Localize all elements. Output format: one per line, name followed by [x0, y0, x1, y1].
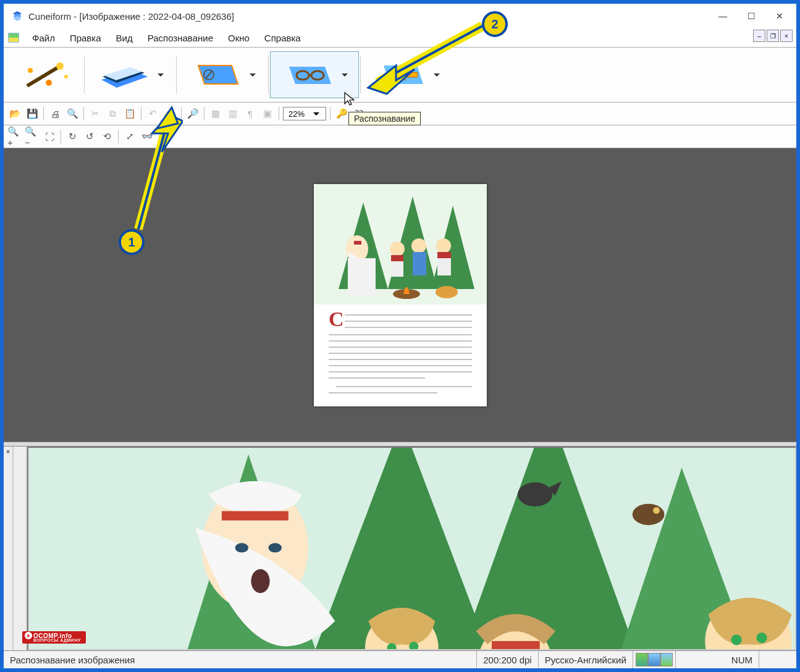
svg-rect-34 — [413, 252, 426, 275]
titlebar: Cuneiform - [Изображение : 2022-04-08_09… — [4, 4, 796, 28]
table-icon[interactable]: ▦ — [208, 106, 223, 121]
dropdown-icon[interactable] — [308, 109, 324, 118]
svg-point-62 — [633, 504, 665, 526]
menu-help[interactable]: Справка — [257, 30, 308, 46]
save-button[interactable] — [362, 51, 451, 98]
cut-icon[interactable]: ✂ — [88, 106, 103, 121]
svg-rect-73 — [492, 641, 540, 649]
dropdown-icon[interactable] — [248, 70, 258, 80]
statusbar: Распознавание изображения 200:200 dpi Ру… — [4, 650, 796, 668]
svg-point-75 — [731, 634, 741, 645]
svg-point-8 — [28, 68, 33, 73]
svg-point-7 — [56, 62, 64, 70]
svg-point-76 — [756, 632, 767, 643]
mdi-minimize[interactable]: – — [753, 30, 765, 42]
wizard-button[interactable] — [9, 51, 83, 98]
tooltip-text: Распознавание — [354, 114, 415, 124]
status-language: Русско-Английский — [539, 651, 633, 668]
view-mode-1-icon[interactable] — [636, 653, 648, 666]
redo-icon[interactable]: ↷ — [162, 106, 177, 121]
scanner-icon — [95, 58, 151, 91]
splitter[interactable] — [4, 442, 796, 447]
dropdown-icon[interactable] — [156, 70, 166, 80]
view-mode-2-icon[interactable] — [648, 653, 660, 666]
app-icon — [11, 10, 23, 22]
minimize-button[interactable]: — — [709, 4, 737, 28]
mdi-controls: – ❐ × — [753, 30, 793, 42]
svg-point-10 — [64, 75, 68, 78]
zoom-in-icon[interactable]: 🔍+ — [7, 129, 22, 144]
dropdown-icon[interactable] — [432, 70, 442, 80]
svg-point-60 — [518, 482, 552, 506]
paragraph-icon[interactable]: ¶ — [243, 106, 258, 121]
svg-rect-32 — [391, 255, 403, 261]
wand-icon — [18, 58, 74, 91]
scan-button[interactable] — [86, 51, 175, 98]
callout-1: 1 — [119, 229, 145, 255]
magnified-image[interactable] — [27, 447, 796, 650]
menu-view[interactable]: Вид — [109, 30, 140, 46]
svg-point-33 — [411, 238, 426, 253]
preview-icon[interactable]: 🔍 — [65, 106, 80, 121]
status-num: NUM — [725, 651, 759, 668]
glasses-small-icon[interactable]: 👓 — [140, 129, 154, 144]
dropdown-icon[interactable] — [340, 70, 350, 80]
ruler — [14, 447, 27, 650]
print-icon[interactable]: 🖨 — [48, 106, 62, 121]
layout-icon — [187, 58, 243, 91]
callout-2: 2 — [482, 11, 508, 37]
svg-rect-65 — [222, 511, 288, 521]
save-arrow-icon — [371, 58, 427, 91]
copy-icon[interactable]: ⧉ — [105, 106, 120, 121]
paste-icon[interactable]: 📋 — [122, 106, 137, 121]
status-dpi: 200:200 dpi — [477, 651, 538, 668]
svg-rect-29 — [354, 241, 361, 245]
svg-rect-28 — [348, 258, 376, 295]
svg-marker-2 — [13, 16, 22, 21]
mdi-restore[interactable]: ❐ — [767, 30, 779, 42]
view-mode-3-icon[interactable] — [660, 653, 673, 666]
undo-icon[interactable]: ↶ — [145, 106, 160, 121]
svg-point-63 — [653, 507, 660, 514]
window-controls: — ☐ ✕ — [709, 4, 794, 28]
fit-icon[interactable]: ⛶ — [42, 129, 57, 144]
document-pane[interactable]: С — [4, 148, 796, 442]
svg-rect-37 — [437, 252, 451, 258]
svg-rect-5 — [9, 38, 19, 42]
svg-text:С: С — [329, 308, 344, 330]
svg-point-66 — [235, 543, 249, 552]
workarea: С × — [4, 148, 796, 650]
rotate-180-icon[interactable]: ⟲ — [99, 129, 114, 144]
pane-close-icon[interactable]: × — [4, 447, 14, 650]
rotate-ccw-icon[interactable]: ↺ — [82, 129, 97, 144]
columns-icon[interactable]: ▥ — [225, 106, 240, 121]
menu-window[interactable]: Окно — [221, 30, 257, 46]
save-icon[interactable]: 💾 — [25, 106, 40, 121]
maximize-button[interactable]: ☐ — [737, 4, 765, 28]
svg-point-30 — [390, 242, 405, 256]
menu-edit[interactable]: Правка — [62, 30, 109, 46]
svg-point-35 — [436, 238, 451, 253]
stretch-icon[interactable]: ⤢ — [122, 129, 137, 144]
rotate-cw-icon[interactable]: ↻ — [65, 129, 80, 144]
menu-recognition[interactable]: Распознавание — [140, 30, 221, 46]
menu-file[interactable]: Файл — [25, 30, 62, 46]
find-icon[interactable]: 🔎 — [185, 106, 200, 121]
magnifier-pane: × — [4, 447, 796, 650]
svg-point-9 — [46, 80, 52, 86]
zoom-out-icon[interactable]: 🔍− — [25, 129, 40, 144]
page-thumbnail: С — [314, 184, 487, 406]
svg-point-68 — [251, 569, 269, 593]
document-icon — [7, 32, 20, 44]
window-title: Cuneiform - [Изображение : 2022-04-08_09… — [28, 11, 709, 22]
mdi-close[interactable]: × — [780, 30, 793, 42]
zoom-select[interactable]: 22% — [283, 107, 326, 120]
tooltip: Распознавание — [348, 112, 421, 125]
open-icon[interactable]: 📂 — [7, 106, 22, 121]
frame-icon[interactable]: ▣ — [260, 106, 275, 121]
layout-button[interactable] — [178, 51, 267, 98]
close-button[interactable]: ✕ — [765, 4, 794, 28]
view-toolbar: 🔍+ 🔍− ⛶ ↻ ↺ ⟲ ⤢ 👓 — [4, 125, 796, 148]
status-grip — [759, 651, 796, 668]
zoom-value: 22% — [285, 109, 308, 119]
